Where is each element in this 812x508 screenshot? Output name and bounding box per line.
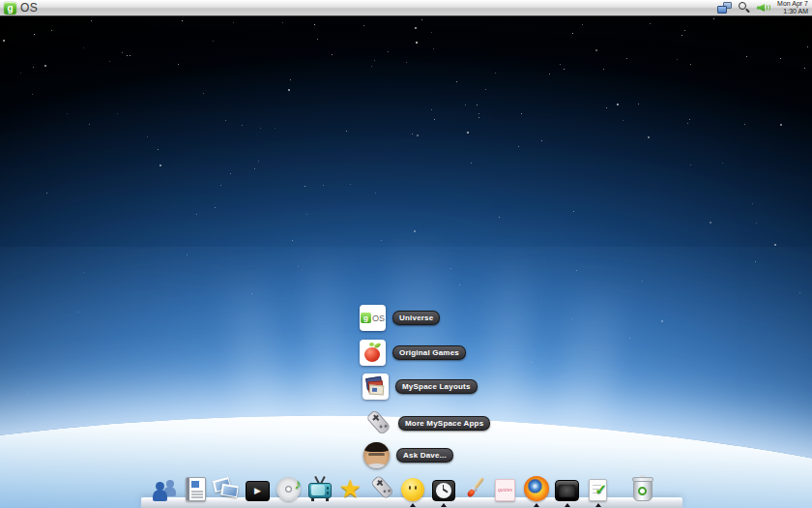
dock: ▶ ♪ ★ [152,473,611,501]
star [755,261,756,262]
layout-card [369,384,385,395]
dock-item-tv[interactable] [306,473,333,501]
star [485,89,486,90]
dock-item-todo-list[interactable]: ✓ [585,473,611,501]
star [28,394,29,395]
dock-item-video-player[interactable]: ▶ [245,473,271,501]
desktop: g OS Mon Apr 7 1:30 AM [0,0,812,508]
desktop-icon-ask-dave[interactable]: Ask Dave... [363,442,453,468]
star [421,19,422,20]
star [306,214,307,215]
star [147,136,148,137]
photo-shirt [366,463,387,468]
star [34,34,35,35]
star [282,22,283,23]
star [346,131,347,132]
smiley-icon [401,478,424,501]
star [178,64,179,65]
dock-item-chat[interactable] [399,473,425,501]
gos-logo-icon: g [4,2,16,15]
star [713,18,714,19]
star [412,134,413,134]
star-icon: ★ [339,476,362,501]
news-icon [186,477,206,501]
monitor-front-icon [717,6,727,14]
star [617,104,619,105]
music-note-icon: ♪ [295,475,303,492]
star [722,163,723,164]
desktop-icon-label: MySpace Layouts [395,379,478,394]
dock-item-firefox[interactable] [523,473,549,501]
star [46,193,47,194]
recycle-ring-icon [638,487,647,495]
dock-item-paint[interactable] [461,473,487,501]
menubar-clock[interactable]: Mon Apr 7 1:30 AM [777,0,808,15]
star [91,20,92,21]
desktop-icon-universe[interactable]: g OS Universe [360,305,440,331]
running-indicator [565,503,570,507]
star [450,268,451,269]
star [495,73,496,74]
star [44,65,46,67]
mini-gos-logo-icon: g [361,313,371,323]
dock-item-favorites[interactable]: ★ [337,473,363,501]
desktop-icon-label: Original Games [392,345,466,360]
apple-icon [364,347,380,362]
star [158,149,159,150]
dock-item-clock[interactable] [430,473,456,501]
star [677,59,678,60]
video-player-icon: ▶ [246,481,270,501]
system-menu[interactable]: g OS [4,0,38,15]
star [752,203,753,204]
volume-icon[interactable] [757,2,770,14]
star [456,81,457,82]
running-indicator [534,503,539,507]
star [196,214,197,215]
star [182,20,183,21]
star [117,113,118,114]
desktop-icon-original-games[interactable]: Original Games [360,340,466,366]
star [541,140,542,141]
star [275,128,276,129]
star [431,32,432,33]
star [573,211,574,212]
check-icon: ✓ [594,481,607,498]
tv-icon [307,477,333,501]
star [638,104,639,105]
displays-icon[interactable] [717,2,732,14]
star [89,124,90,125]
trash-icon[interactable] [631,475,654,502]
star [582,24,583,25]
star [434,119,435,120]
star [187,254,188,255]
photo-glasses [368,453,385,456]
clock-time: 1:30 AM [777,8,808,15]
star [290,79,291,80]
star [233,22,234,23]
gamepad-icon [364,410,392,436]
search-icon[interactable] [739,2,750,14]
play-icon: ▶ [254,487,261,495]
dock-item-games[interactable] [368,473,394,501]
firefox-icon [524,476,549,501]
dock-item-quotes[interactable]: quotes [492,473,518,501]
star [350,184,351,185]
star [292,240,293,241]
gamepad-icon [369,476,394,501]
star [288,89,290,91]
desktop-icon-myspace-layouts[interactable]: MySpace Layouts [362,374,478,400]
star [690,164,691,165]
star [746,56,747,57]
dock-item-terminal[interactable] [554,473,580,501]
dock-item-news-reader[interactable] [183,473,209,501]
star [572,33,573,34]
star [417,134,419,136]
dock-item-photos[interactable] [214,473,240,501]
star [220,185,221,186]
dock-item-myspace[interactable] [152,473,178,501]
star [689,119,690,120]
star [684,30,685,31]
star [254,168,255,169]
dock-item-music[interactable]: ♪ [276,473,302,501]
desktop-icon-more-myspace-apps[interactable]: More MySpace Apps [364,410,490,436]
